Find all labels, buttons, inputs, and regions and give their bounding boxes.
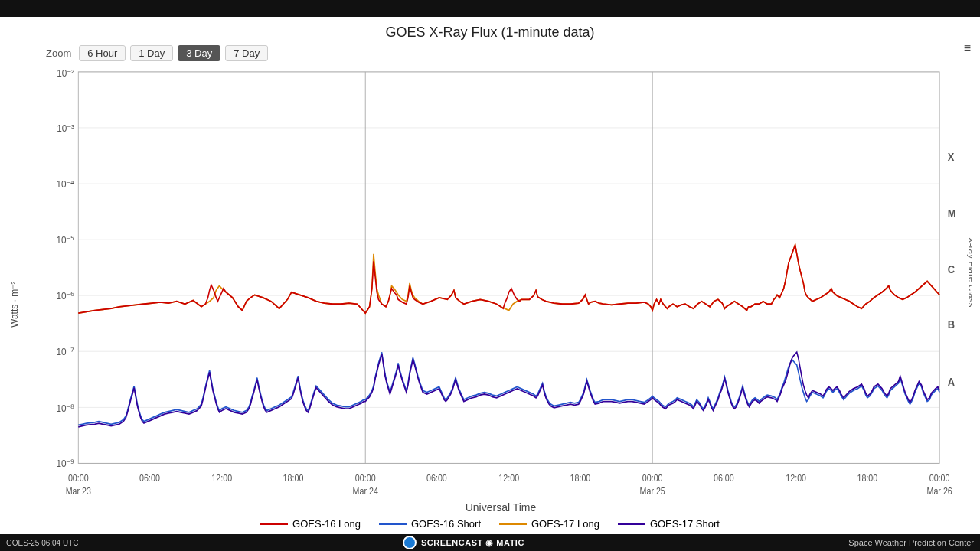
menu-icon[interactable]: ≡ (964, 41, 971, 55)
svg-text:00:00: 00:00 (642, 474, 663, 484)
legend-color-goes17-short (618, 523, 645, 525)
screencast-dot (403, 536, 416, 549)
legend-color-goes16-long (260, 523, 288, 525)
goes17-long-line (78, 245, 939, 313)
legend-item-goes16-short: GOES-16 Short (379, 518, 481, 530)
svg-text:06:00: 06:00 (426, 474, 447, 484)
svg-text:C: C (948, 263, 955, 276)
svg-text:B: B (948, 319, 955, 331)
legend-label-goes16-long: GOES-16 Long (292, 518, 361, 530)
zoom-7day-button[interactable]: 7 Day (225, 45, 268, 61)
y-axis-label: Watts · m⁻² (0, 63, 29, 515)
legend-label-goes17-long: GOES-17 Long (531, 518, 599, 530)
chart-title: GOES X-Ray Flux (1-minute data) (0, 17, 980, 44)
legend-label-goes16-short: GOES-16 Short (411, 518, 481, 530)
svg-text:12:00: 12:00 (211, 474, 232, 484)
chart-inner: 10⁻² 10⁻³ 10⁻⁴ 10⁻⁵ 10⁻⁶ 10⁻⁷ 10⁻⁸ 10⁻⁹ (29, 63, 972, 515)
legend: GOES-16 Long GOES-16 Short GOES-17 Long … (0, 515, 980, 534)
svg-text:A: A (948, 377, 955, 389)
bottom-bar: GOES-25 06:04 UTC SCREENCAST ◉ MATIC Spa… (0, 534, 980, 551)
svg-text:18:00: 18:00 (857, 474, 877, 484)
chart-svg: 10⁻² 10⁻³ 10⁻⁴ 10⁻⁵ 10⁻⁶ 10⁻⁷ 10⁻⁸ 10⁻⁹ (29, 63, 972, 500)
bottom-right-text: Space Weather Prediction Center (848, 538, 974, 547)
svg-text:00:00: 00:00 (355, 474, 376, 484)
chart-container: GOES X-Ray Flux (1-minute data) ≡ Zoom 6… (0, 17, 980, 534)
svg-text:06:00: 06:00 (714, 474, 734, 484)
screencast-logo: SCREENCAST ◉ MATIC (403, 536, 524, 549)
legend-color-goes16-short (379, 523, 407, 525)
svg-text:12:00: 12:00 (498, 474, 519, 484)
svg-text:10⁻³: 10⁻³ (57, 123, 74, 135)
svg-text:00:00: 00:00 (929, 474, 950, 484)
svg-text:10⁻⁵: 10⁻⁵ (56, 234, 74, 246)
top-bar (0, 0, 980, 17)
svg-text:X: X (948, 152, 955, 164)
svg-text:10⁻⁶: 10⁻⁶ (56, 291, 74, 302)
goes16-short-line (78, 352, 939, 425)
chart-area: Watts · m⁻² 10⁻² (0, 63, 980, 515)
svg-text:18:00: 18:00 (283, 474, 304, 484)
svg-text:18:00: 18:00 (570, 474, 591, 484)
svg-text:10⁻⁹: 10⁻⁹ (56, 458, 74, 470)
svg-text:Mar 25: Mar 25 (640, 486, 665, 496)
legend-color-goes17-long (499, 523, 527, 525)
svg-text:10⁻⁷: 10⁻⁷ (56, 346, 74, 357)
svg-text:Mar 24: Mar 24 (353, 486, 378, 496)
screencast-label: SCREENCAST ◉ MATIC (421, 538, 524, 548)
svg-text:X-ray Flare Class: X-ray Flare Class (967, 237, 972, 308)
svg-text:06:00: 06:00 (139, 474, 160, 484)
svg-rect-16 (78, 72, 939, 464)
x-axis-label: Universal Time (29, 500, 972, 515)
svg-text:10⁻⁴: 10⁻⁴ (56, 178, 74, 190)
zoom-label: Zoom (46, 47, 71, 59)
svg-text:10⁻⁸: 10⁻⁸ (56, 403, 74, 414)
zoom-1day-button[interactable]: 1 Day (130, 45, 173, 61)
zoom-3day-button[interactable]: 3 Day (178, 45, 220, 61)
bottom-left-text: GOES-25 06:04 UTC (6, 539, 78, 547)
legend-item-goes17-long: GOES-17 Long (499, 518, 599, 530)
svg-text:12:00: 12:00 (786, 474, 806, 484)
legend-label-goes17-short: GOES-17 Short (650, 518, 720, 530)
svg-text:Mar 23: Mar 23 (66, 486, 91, 496)
legend-item-goes17-short: GOES-17 Short (618, 518, 720, 530)
svg-text:Mar 26: Mar 26 (927, 486, 952, 496)
svg-rect-42 (78, 72, 939, 464)
goes17-short-line (78, 352, 939, 427)
zoom-bar: Zoom 6 Hour 1 Day 3 Day 7 Day (0, 44, 980, 63)
legend-item-goes16-long: GOES-16 Long (260, 518, 361, 530)
zoom-6hour-button[interactable]: 6 Hour (79, 45, 126, 61)
svg-text:00:00: 00:00 (68, 474, 89, 484)
svg-text:M: M (948, 208, 956, 220)
svg-text:10⁻²: 10⁻² (57, 67, 74, 79)
